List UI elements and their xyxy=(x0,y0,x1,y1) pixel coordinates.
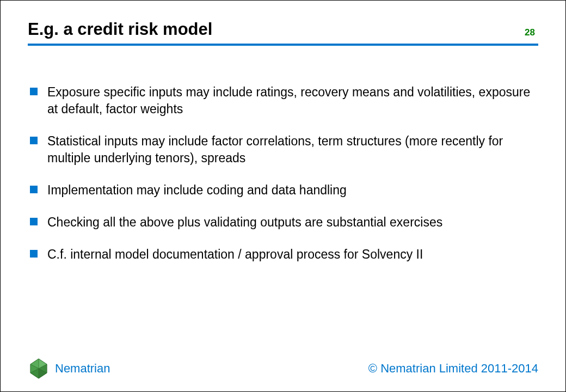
bullet-square-icon xyxy=(30,250,38,258)
bullet-text: Implementation may include coding and da… xyxy=(47,182,347,199)
bullet-square-icon xyxy=(30,88,38,95)
header-row: E.g. a credit risk model 28 xyxy=(28,20,538,44)
bullet-text: Statistical inputs may include factor co… xyxy=(47,133,538,167)
bullet-item: Statistical inputs may include factor co… xyxy=(30,133,538,167)
bullet-item: Checking all the above plus validating o… xyxy=(30,214,538,231)
nematrian-logo-icon xyxy=(28,358,50,379)
slide-footer: Nematrian © Nematrian Limited 2011-2014 xyxy=(28,358,538,379)
bullet-item: C.f. internal model documentation / appr… xyxy=(30,246,538,263)
bullet-item: Implementation may include coding and da… xyxy=(30,182,538,199)
bullet-text: C.f. internal model documentation / appr… xyxy=(47,246,423,263)
bullet-square-icon xyxy=(30,218,38,225)
page-number: 28 xyxy=(525,27,538,39)
brand-name: Nematrian xyxy=(55,362,110,376)
bullet-text: Exposure specific inputs may include rat… xyxy=(47,84,538,118)
slide-content: Exposure specific inputs may include rat… xyxy=(28,84,538,263)
bullet-square-icon xyxy=(30,186,38,193)
copyright-text: © Nematrian Limited 2011-2014 xyxy=(368,362,538,376)
bullet-square-icon xyxy=(30,137,38,144)
bullet-item: Exposure specific inputs may include rat… xyxy=(30,84,538,118)
slide-container: E.g. a credit risk model 28 Exposure spe… xyxy=(1,1,565,391)
footer-left: Nematrian xyxy=(28,358,110,379)
title-separator xyxy=(28,44,538,46)
slide-title: E.g. a credit risk model xyxy=(28,20,212,39)
bullet-text: Checking all the above plus validating o… xyxy=(47,214,442,231)
